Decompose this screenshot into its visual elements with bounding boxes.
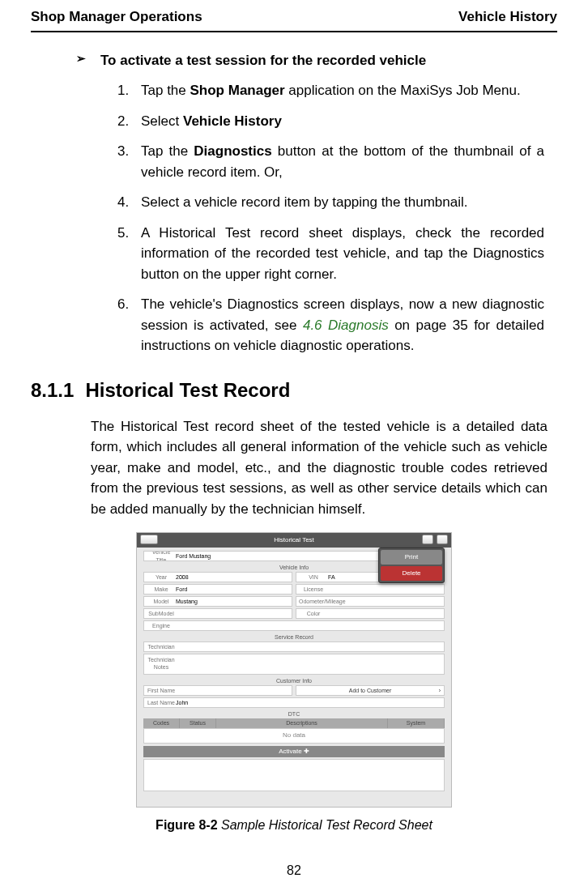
dtc-header: Codes Status Descriptions System	[143, 718, 445, 728]
share-icon	[437, 535, 448, 544]
page-number: 82	[0, 861, 588, 880]
figure-container: Historical Test Print Delete Vehicle Tit…	[31, 532, 557, 835]
page-header: Shop Manager Operations Vehicle History	[31, 6, 557, 32]
no-data-row: No data	[143, 728, 445, 743]
add-customer-button: Add to Customer	[296, 685, 445, 696]
back-icon	[140, 535, 158, 544]
steps-list: Tap the Shop Manager application on the …	[133, 80, 557, 356]
header-left: Shop Manager Operations	[31, 6, 202, 28]
figure-caption: Figure 8-2 Sample Historical Test Record…	[31, 816, 557, 835]
blank-area	[143, 759, 445, 791]
cross-reference: 4.6 Diagnosis	[303, 318, 389, 333]
activate-row: Activate ✚	[143, 746, 445, 757]
popup-menu: Print Delete	[378, 548, 445, 583]
menu-print: Print	[381, 550, 442, 565]
procedure-title-text: To activate a test session for the recor…	[100, 50, 426, 71]
step-4: Select a vehicle record item by tapping …	[133, 192, 544, 213]
step-5: A Historical Test record sheet displays,…	[133, 223, 544, 285]
section-heading: 8.1.1 Historical Test Record	[31, 376, 557, 405]
section-paragraph: The Historical Test record sheet of the …	[91, 416, 548, 520]
step-2: Select Vehicle History	[133, 111, 544, 132]
fig-toolbar: Historical Test	[137, 533, 451, 548]
fig-toolbar-icons	[422, 535, 448, 544]
fig-body: Vehicle TitleFord Mustang Vehicle Info Y…	[137, 548, 451, 807]
sample-screenshot: Historical Test Print Delete Vehicle Tit…	[136, 532, 452, 808]
header-right: Vehicle History	[458, 6, 557, 28]
step-1: Tap the Shop Manager application on the …	[133, 80, 544, 101]
section-title: Historical Test Record	[85, 376, 290, 405]
edit-icon	[422, 535, 433, 544]
step-3: Tap the Diagnostics button at the bottom…	[133, 141, 544, 182]
procedure-title: ➢ To activate a test session for the rec…	[76, 50, 557, 71]
fig-title: Historical Test	[274, 535, 314, 545]
bullet-icon: ➢	[76, 50, 100, 71]
step-6: The vehicle's Diagnostics screen display…	[133, 294, 544, 356]
menu-delete: Delete	[381, 566, 442, 581]
section-number: 8.1.1	[31, 376, 74, 405]
